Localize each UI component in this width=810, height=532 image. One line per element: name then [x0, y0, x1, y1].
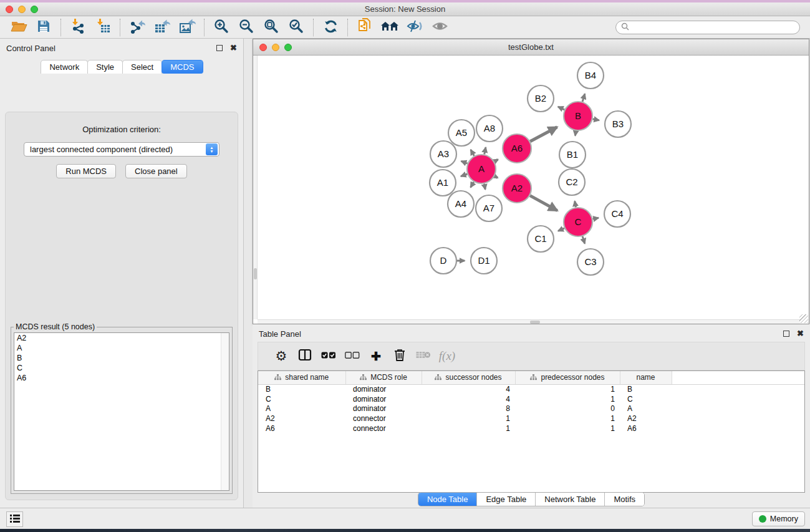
hide-selected-button[interactable]	[402, 18, 427, 37]
tab-network[interactable]: Network	[41, 60, 88, 74]
import-table-button[interactable]	[90, 18, 115, 37]
table-cell[interactable]: A	[258, 404, 345, 414]
column-header-MCDS-role[interactable]: MCDS role	[345, 371, 422, 384]
mcds-result-list[interactable]: A2ABCA6	[14, 332, 229, 491]
table-cell[interactable]: 1	[515, 414, 620, 423]
graph-node-B3[interactable]: B3	[605, 111, 631, 137]
network-canvas[interactable]: B4B2BB3A8A5A6A3B1AC2A1A2A4A7C4CC1DD1C3	[253, 56, 809, 324]
export-table-button[interactable]	[150, 18, 175, 37]
graph-edge-C-C1[interactable]	[558, 228, 564, 231]
add-column-button[interactable]: ✚	[364, 344, 388, 368]
export-network-button[interactable]	[125, 18, 150, 37]
table-cell[interactable]: C	[258, 394, 345, 404]
graph-edge-A6-B[interactable]	[530, 127, 557, 142]
graph-edge-A-A1[interactable]	[461, 174, 467, 177]
table-settings-button[interactable]: ⚙	[269, 344, 293, 368]
float-panel-icon[interactable]	[216, 45, 223, 51]
tab-network-table[interactable]: Network Table	[536, 493, 605, 506]
table-cell[interactable]: 1	[515, 423, 620, 433]
table-cell[interactable]: B	[620, 384, 672, 394]
import-network-button[interactable]	[65, 18, 90, 37]
table-row[interactable]: A6connector11A6	[258, 423, 804, 433]
select-all-columns-button[interactable]	[317, 344, 340, 368]
table-cell[interactable]: dominator	[345, 404, 422, 414]
table-cell[interactable]: 4	[422, 394, 515, 404]
mcds-result-item[interactable]: A	[14, 343, 229, 353]
zoom-in-button[interactable]	[209, 18, 234, 37]
table-cell[interactable]: A6	[258, 423, 345, 433]
graph-node-B4[interactable]: B4	[577, 62, 604, 89]
search-field[interactable]	[615, 21, 800, 34]
table-cell[interactable]: connector	[345, 423, 422, 433]
column-header-name[interactable]: name	[620, 371, 672, 384]
optimization-criterion-select[interactable]: largest connected component (directed) ▲…	[24, 142, 219, 157]
tab-node-table[interactable]: Node Table	[418, 493, 478, 506]
graph-node-C1[interactable]: C1	[528, 226, 554, 252]
graph-edge-A-A5[interactable]	[471, 150, 475, 156]
network-horizontal-scrollbar[interactable]	[258, 319, 800, 324]
graph-node-A[interactable]: A	[467, 155, 496, 183]
table-header-row[interactable]: shared nameMCDS rolesuccessor nodesprede…	[258, 371, 804, 384]
graph-edge-B-B1[interactable]	[575, 131, 576, 136]
column-header-successor-nodes[interactable]: successor nodes	[422, 371, 515, 384]
graph-edge-B-B4[interactable]	[582, 94, 585, 102]
graph-node-A7[interactable]: A7	[476, 195, 502, 221]
table-cell[interactable]: A2	[258, 414, 345, 423]
show-panels-button[interactable]	[6, 511, 23, 527]
table-cell[interactable]: A2	[620, 414, 672, 423]
graph-edge-A-A4[interactable]	[471, 182, 474, 188]
table-cell[interactable]: dominator	[345, 384, 422, 394]
graph-node-D1[interactable]: D1	[471, 248, 497, 274]
scrollbar-thumb[interactable]	[530, 321, 540, 324]
table-cell[interactable]: 1	[422, 414, 515, 423]
graph-node-A3[interactable]: A3	[430, 141, 456, 167]
table-cell[interactable]: 1	[422, 423, 515, 433]
table-row[interactable]: A2connector11A2	[258, 414, 804, 423]
mcds-result-item[interactable]: A6	[14, 373, 229, 383]
column-header-shared-name[interactable]: shared name	[258, 371, 345, 384]
tab-mcds[interactable]: MCDS	[162, 60, 203, 74]
refresh-button[interactable]	[318, 18, 343, 37]
graph-node-C[interactable]: C	[564, 208, 592, 236]
zoom-selected-button[interactable]	[284, 18, 309, 37]
table-cell[interactable]: 4	[422, 384, 515, 394]
table-cell[interactable]: connector	[345, 414, 422, 423]
deselect-all-columns-button[interactable]	[340, 344, 364, 368]
show-all-button[interactable]	[427, 18, 452, 37]
graph-edge-C-C4[interactable]	[593, 218, 599, 219]
table-cell[interactable]: B	[258, 384, 345, 394]
show-columns-button[interactable]	[293, 344, 317, 368]
graph-node-A4[interactable]: A4	[448, 191, 474, 217]
open-session-button[interactable]	[6, 18, 31, 37]
mcds-list-scrollbar[interactable]	[221, 333, 229, 490]
scrollbar-thumb[interactable]	[254, 268, 257, 279]
network-vertical-scrollbar[interactable]	[253, 56, 258, 319]
table-cell[interactable]: 0	[515, 404, 620, 414]
first-neighbors-button[interactable]	[377, 18, 402, 37]
table-row[interactable]: Adominator80A	[258, 404, 804, 414]
save-session-button[interactable]	[31, 18, 56, 37]
graph-edge-B-B3[interactable]	[593, 119, 599, 120]
delete-columns-button[interactable]	[388, 344, 412, 368]
graph-node-C3[interactable]: C3	[577, 249, 604, 275]
tab-edge-table[interactable]: Edge Table	[477, 493, 536, 506]
tab-select[interactable]: Select	[122, 60, 162, 74]
mcds-result-item[interactable]: A2	[14, 333, 229, 343]
zoom-fit-button[interactable]	[259, 18, 284, 37]
graph-node-D[interactable]: D	[430, 248, 456, 274]
graph-node-B[interactable]: B	[564, 102, 592, 130]
table-cell[interactable]: A6	[620, 423, 672, 433]
graph-edge-A-A3[interactable]	[461, 161, 468, 163]
graph-node-A1[interactable]: A1	[430, 170, 456, 196]
close-panel-icon[interactable]: ✖	[797, 331, 804, 337]
table-cell[interactable]: 1	[515, 394, 620, 404]
function-builder-button[interactable]: f(x)	[435, 344, 459, 368]
zoom-out-button[interactable]	[234, 18, 259, 37]
graph-node-C2[interactable]: C2	[559, 169, 585, 195]
node-table[interactable]: shared nameMCDS rolesuccessor nodesprede…	[258, 370, 805, 493]
graph-node-B1[interactable]: B1	[559, 142, 586, 168]
graph-edge-A-A8[interactable]	[485, 147, 486, 154]
table-row[interactable]: Cdominator41C	[258, 394, 804, 404]
tab-style[interactable]: Style	[87, 60, 123, 74]
table-cell[interactable]: 1	[515, 384, 620, 394]
